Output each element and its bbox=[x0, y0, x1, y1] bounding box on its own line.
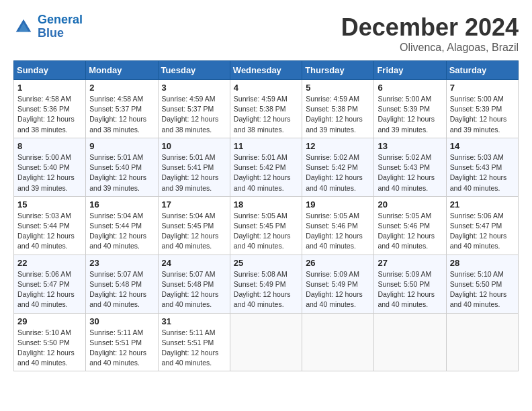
title-block: December 2024 Olivenca, Alagoas, Brazil bbox=[341, 13, 519, 54]
day-number: 29 bbox=[17, 316, 82, 326]
calendar-cell: 5Sunrise: 4:59 AM Sunset: 5:38 PM Daylig… bbox=[302, 80, 374, 138]
calendar-cell: 23Sunrise: 5:07 AM Sunset: 5:48 PM Dayli… bbox=[86, 255, 158, 313]
day-number: 8 bbox=[17, 141, 82, 151]
day-info: Sunrise: 5:00 AM Sunset: 5:40 PM Dayligh… bbox=[17, 152, 82, 193]
calendar-cell: 24Sunrise: 5:07 AM Sunset: 5:48 PM Dayli… bbox=[158, 255, 230, 313]
day-info: Sunrise: 5:04 AM Sunset: 5:45 PM Dayligh… bbox=[162, 211, 226, 252]
day-info: Sunrise: 5:00 AM Sunset: 5:39 PM Dayligh… bbox=[378, 94, 442, 135]
day-number: 1 bbox=[17, 83, 82, 93]
day-number: 5 bbox=[306, 83, 370, 93]
day-info: Sunrise: 4:58 AM Sunset: 5:37 PM Dayligh… bbox=[89, 94, 154, 135]
logo-text: General Blue bbox=[38, 13, 83, 40]
month-title: December 2024 bbox=[341, 13, 519, 42]
day-info: Sunrise: 5:01 AM Sunset: 5:42 PM Dayligh… bbox=[234, 152, 298, 193]
day-number: 27 bbox=[378, 258, 442, 268]
day-number: 12 bbox=[306, 141, 370, 151]
calendar-cell bbox=[230, 313, 302, 371]
day-info: Sunrise: 5:05 AM Sunset: 5:46 PM Dayligh… bbox=[378, 211, 442, 252]
day-info: Sunrise: 4:59 AM Sunset: 5:38 PM Dayligh… bbox=[306, 94, 370, 135]
day-number: 15 bbox=[17, 199, 82, 210]
weekday-header-friday: Friday bbox=[374, 61, 446, 80]
calendar-cell: 27Sunrise: 5:09 AM Sunset: 5:50 PM Dayli… bbox=[374, 255, 446, 313]
day-number: 25 bbox=[234, 258, 298, 268]
week-row-5: 29Sunrise: 5:10 AM Sunset: 5:50 PM Dayli… bbox=[14, 313, 519, 371]
calendar-cell: 29Sunrise: 5:10 AM Sunset: 5:50 PM Dayli… bbox=[14, 313, 86, 371]
calendar-cell: 3Sunrise: 4:59 AM Sunset: 5:37 PM Daylig… bbox=[158, 80, 230, 138]
calendar-cell: 18Sunrise: 5:05 AM Sunset: 5:45 PM Dayli… bbox=[230, 196, 302, 255]
day-number: 26 bbox=[306, 258, 370, 268]
day-number: 10 bbox=[162, 141, 226, 151]
weekday-header-saturday: Saturday bbox=[446, 61, 518, 80]
calendar-table: SundayMondayTuesdayWednesdayThursdayFrid… bbox=[13, 60, 519, 371]
day-number: 22 bbox=[17, 258, 82, 268]
week-row-4: 22Sunrise: 5:06 AM Sunset: 5:47 PM Dayli… bbox=[14, 255, 519, 313]
day-info: Sunrise: 5:03 AM Sunset: 5:43 PM Dayligh… bbox=[450, 152, 515, 193]
calendar-cell: 14Sunrise: 5:03 AM Sunset: 5:43 PM Dayli… bbox=[446, 138, 518, 196]
calendar-cell: 31Sunrise: 5:11 AM Sunset: 5:51 PM Dayli… bbox=[158, 313, 230, 371]
day-info: Sunrise: 5:11 AM Sunset: 5:51 PM Dayligh… bbox=[89, 328, 154, 369]
calendar-cell: 10Sunrise: 5:01 AM Sunset: 5:41 PM Dayli… bbox=[158, 138, 230, 196]
day-info: Sunrise: 5:07 AM Sunset: 5:48 PM Dayligh… bbox=[89, 269, 154, 310]
day-info: Sunrise: 5:01 AM Sunset: 5:40 PM Dayligh… bbox=[89, 152, 154, 193]
logo-icon bbox=[13, 17, 34, 37]
day-info: Sunrise: 5:09 AM Sunset: 5:49 PM Dayligh… bbox=[306, 269, 370, 310]
day-info: Sunrise: 5:06 AM Sunset: 5:47 PM Dayligh… bbox=[17, 269, 82, 310]
logo-line1: General bbox=[38, 13, 83, 26]
weekday-header-tuesday: Tuesday bbox=[158, 61, 230, 80]
day-info: Sunrise: 5:07 AM Sunset: 5:48 PM Dayligh… bbox=[162, 269, 226, 310]
day-info: Sunrise: 5:05 AM Sunset: 5:45 PM Dayligh… bbox=[234, 211, 298, 252]
day-number: 31 bbox=[162, 316, 226, 326]
weekday-header-thursday: Thursday bbox=[302, 61, 374, 80]
day-number: 19 bbox=[306, 199, 370, 210]
day-info: Sunrise: 5:02 AM Sunset: 5:42 PM Dayligh… bbox=[306, 152, 370, 193]
calendar-cell: 15Sunrise: 5:03 AM Sunset: 5:44 PM Dayli… bbox=[14, 196, 86, 255]
day-number: 9 bbox=[89, 141, 154, 151]
page-header: General Blue December 2024 Olivenca, Ala… bbox=[13, 13, 519, 54]
weekday-header-monday: Monday bbox=[86, 61, 158, 80]
day-info: Sunrise: 5:03 AM Sunset: 5:44 PM Dayligh… bbox=[17, 211, 82, 252]
day-number: 17 bbox=[162, 199, 226, 210]
day-info: Sunrise: 4:58 AM Sunset: 5:36 PM Dayligh… bbox=[17, 94, 82, 135]
weekday-header-row: SundayMondayTuesdayWednesdayThursdayFrid… bbox=[14, 61, 519, 80]
calendar-cell: 17Sunrise: 5:04 AM Sunset: 5:45 PM Dayli… bbox=[158, 196, 230, 255]
day-info: Sunrise: 5:02 AM Sunset: 5:43 PM Dayligh… bbox=[378, 152, 442, 193]
calendar-cell: 1Sunrise: 4:58 AM Sunset: 5:36 PM Daylig… bbox=[14, 80, 86, 138]
week-row-2: 8Sunrise: 5:00 AM Sunset: 5:40 PM Daylig… bbox=[14, 138, 519, 196]
calendar-cell: 25Sunrise: 5:08 AM Sunset: 5:49 PM Dayli… bbox=[230, 255, 302, 313]
day-number: 21 bbox=[450, 199, 515, 210]
day-number: 23 bbox=[89, 258, 154, 268]
day-info: Sunrise: 5:00 AM Sunset: 5:39 PM Dayligh… bbox=[450, 94, 515, 135]
calendar-cell bbox=[374, 313, 446, 371]
day-number: 3 bbox=[162, 83, 226, 93]
day-info: Sunrise: 5:08 AM Sunset: 5:49 PM Dayligh… bbox=[234, 269, 298, 310]
location-subtitle: Olivenca, Alagoas, Brazil bbox=[341, 42, 519, 54]
day-info: Sunrise: 4:59 AM Sunset: 5:38 PM Dayligh… bbox=[234, 94, 298, 135]
day-number: 11 bbox=[234, 141, 298, 151]
week-row-3: 15Sunrise: 5:03 AM Sunset: 5:44 PM Dayli… bbox=[14, 196, 519, 255]
day-info: Sunrise: 5:10 AM Sunset: 5:50 PM Dayligh… bbox=[450, 269, 515, 310]
day-number: 4 bbox=[234, 83, 298, 93]
calendar-cell: 26Sunrise: 5:09 AM Sunset: 5:49 PM Dayli… bbox=[302, 255, 374, 313]
day-info: Sunrise: 5:09 AM Sunset: 5:50 PM Dayligh… bbox=[378, 269, 442, 310]
logo-line2: Blue bbox=[38, 26, 64, 40]
day-info: Sunrise: 5:04 AM Sunset: 5:44 PM Dayligh… bbox=[89, 211, 154, 252]
calendar-cell bbox=[446, 313, 518, 371]
day-info: Sunrise: 5:06 AM Sunset: 5:47 PM Dayligh… bbox=[450, 211, 515, 252]
calendar-cell: 28Sunrise: 5:10 AM Sunset: 5:50 PM Dayli… bbox=[446, 255, 518, 313]
day-number: 2 bbox=[89, 83, 154, 93]
day-info: Sunrise: 5:05 AM Sunset: 5:46 PM Dayligh… bbox=[306, 211, 370, 252]
calendar-cell: 19Sunrise: 5:05 AM Sunset: 5:46 PM Dayli… bbox=[302, 196, 374, 255]
week-row-1: 1Sunrise: 4:58 AM Sunset: 5:36 PM Daylig… bbox=[14, 80, 519, 138]
calendar-cell: 8Sunrise: 5:00 AM Sunset: 5:40 PM Daylig… bbox=[14, 138, 86, 196]
day-number: 24 bbox=[162, 258, 226, 268]
day-number: 13 bbox=[378, 141, 442, 151]
day-info: Sunrise: 5:11 AM Sunset: 5:51 PM Dayligh… bbox=[162, 328, 226, 369]
calendar-cell: 20Sunrise: 5:05 AM Sunset: 5:46 PM Dayli… bbox=[374, 196, 446, 255]
calendar-cell: 2Sunrise: 4:58 AM Sunset: 5:37 PM Daylig… bbox=[86, 80, 158, 138]
day-number: 28 bbox=[450, 258, 515, 268]
day-info: Sunrise: 4:59 AM Sunset: 5:37 PM Dayligh… bbox=[162, 94, 226, 135]
day-info: Sunrise: 5:10 AM Sunset: 5:50 PM Dayligh… bbox=[17, 328, 82, 369]
day-number: 16 bbox=[89, 199, 154, 210]
calendar-cell: 30Sunrise: 5:11 AM Sunset: 5:51 PM Dayli… bbox=[86, 313, 158, 371]
calendar-cell: 16Sunrise: 5:04 AM Sunset: 5:44 PM Dayli… bbox=[86, 196, 158, 255]
